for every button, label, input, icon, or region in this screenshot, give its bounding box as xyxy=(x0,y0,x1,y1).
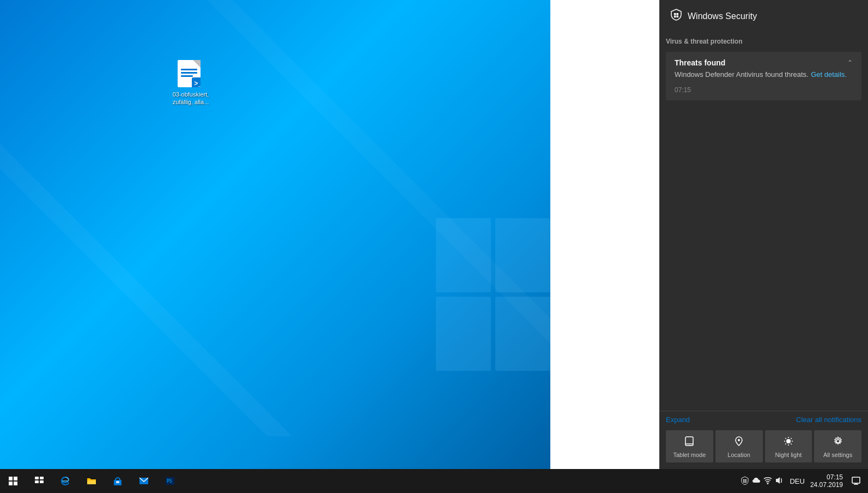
windows-security-icon xyxy=(670,9,682,23)
svg-point-8 xyxy=(786,439,791,443)
svg-line-14 xyxy=(791,443,791,444)
notification-title: Threats found xyxy=(675,58,725,67)
taskbar-powershell[interactable]: PS xyxy=(157,469,183,493)
tray-icons xyxy=(736,476,787,486)
taskbar-time-display: 07:15 xyxy=(827,473,843,481)
taskbar-clock[interactable]: 07:15 24.07.2019 xyxy=(807,473,846,489)
svg-text:PS: PS xyxy=(167,479,172,484)
svg-line-16 xyxy=(785,443,786,444)
taskbar-action-center[interactable] xyxy=(846,469,866,493)
svg-rect-0 xyxy=(674,13,676,15)
taskbar-pinned-icons: PS xyxy=(26,469,183,493)
quick-action-all-settings[interactable]: All settings xyxy=(814,430,861,462)
tablet-mode-icon xyxy=(684,436,695,449)
panel-header: Windows Security xyxy=(659,0,868,32)
svg-rect-37 xyxy=(852,477,860,483)
notification-link[interactable]: Get details. xyxy=(811,70,847,79)
notification-card-header: Threats found ⌃ xyxy=(666,52,861,69)
svg-point-17 xyxy=(836,440,840,443)
quick-action-location[interactable]: Location xyxy=(715,430,763,462)
notification-body-text: Windows Defender Antivirus found threats… xyxy=(675,70,809,79)
desktop-icon[interactable]: >_ 03-obfuskiert, zufällig, alla... xyxy=(169,60,213,106)
svg-rect-2 xyxy=(674,16,676,18)
svg-rect-1 xyxy=(677,13,679,15)
notification-panel: Windows Security Virus & threat protecti… xyxy=(659,0,868,469)
file-icon-badge: >_ xyxy=(192,77,201,87)
notification-section-title: Virus & threat protection xyxy=(659,32,868,47)
windows-logo-watermark xyxy=(436,218,550,371)
expand-button[interactable]: Expand xyxy=(666,416,690,424)
taskbar-system-tray: DEU 07:15 24.07.2019 xyxy=(736,469,868,493)
tray-volume-icon xyxy=(774,476,783,486)
taskbar-edge[interactable] xyxy=(52,469,78,493)
svg-point-6 xyxy=(689,445,690,446)
desktop-icon-label: 03-obfuskiert, zufällig, alla... xyxy=(173,91,209,106)
svg-line-13 xyxy=(785,438,786,438)
file-icon: >_ xyxy=(178,60,201,87)
svg-point-36 xyxy=(767,483,769,484)
svg-rect-33 xyxy=(745,479,747,481)
all-settings-label: All settings xyxy=(823,452,852,458)
tablet-mode-label: Tablet mode xyxy=(673,452,706,458)
quick-action-tablet-mode[interactable]: Tablet mode xyxy=(666,430,713,462)
file-icon-wrapper: >_ xyxy=(178,60,204,88)
svg-rect-18 xyxy=(9,477,13,480)
taskbar-store[interactable] xyxy=(105,469,131,493)
svg-line-15 xyxy=(791,438,791,438)
night-light-icon xyxy=(783,436,794,449)
desktop: >_ 03-obfuskiert, zufällig, alla... xyxy=(0,0,550,469)
tray-network-icon xyxy=(763,476,772,486)
svg-point-7 xyxy=(738,439,740,441)
svg-rect-19 xyxy=(14,477,17,480)
quick-action-night-light[interactable]: Night light xyxy=(765,430,812,462)
all-settings-icon xyxy=(833,436,843,449)
taskbar-task-view[interactable] xyxy=(26,469,52,493)
svg-rect-22 xyxy=(35,477,39,479)
notification-card: Threats found ⌃ Windows Defender Antivir… xyxy=(666,52,861,100)
taskbar-date-display: 24.07.2019 xyxy=(810,481,843,489)
svg-rect-25 xyxy=(40,480,44,483)
tray-cloud-icon xyxy=(751,476,761,486)
notification-time: 07:15 xyxy=(666,84,861,100)
svg-rect-35 xyxy=(745,481,747,483)
svg-rect-21 xyxy=(14,482,17,485)
notification-collapse-icon[interactable]: ⌃ xyxy=(847,59,853,67)
location-icon xyxy=(733,436,744,449)
svg-rect-24 xyxy=(35,480,39,483)
night-light-label: Night light xyxy=(775,452,802,458)
taskbar: PS xyxy=(0,469,868,493)
notification-body: Windows Defender Antivirus found threats… xyxy=(666,69,861,84)
tray-defender-icon xyxy=(740,476,749,486)
svg-rect-20 xyxy=(9,482,13,485)
taskbar-mail[interactable] xyxy=(131,469,157,493)
quick-actions-grid: Tablet mode Location xyxy=(659,428,868,469)
svg-rect-26 xyxy=(87,480,96,484)
start-button[interactable] xyxy=(0,469,26,493)
clear-notifications-button[interactable]: Clear all notifications xyxy=(796,416,861,424)
panel-bottom-bar: Expand Clear all notifications xyxy=(659,411,868,428)
svg-rect-32 xyxy=(743,479,745,481)
svg-rect-3 xyxy=(677,16,679,18)
panel-title: Windows Security xyxy=(688,11,757,21)
taskbar-language[interactable]: DEU xyxy=(787,477,806,485)
svg-rect-28 xyxy=(116,481,119,483)
svg-rect-34 xyxy=(743,481,745,483)
taskbar-file-explorer[interactable] xyxy=(78,469,105,493)
location-label: Location xyxy=(727,452,750,458)
svg-rect-23 xyxy=(40,477,44,479)
